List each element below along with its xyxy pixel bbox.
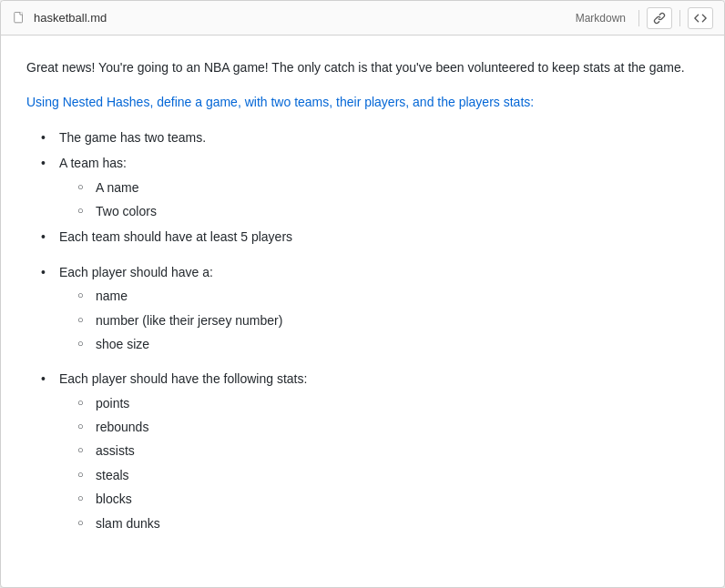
- toolbar-divider-2: [679, 10, 680, 26]
- stats-list: Each player should have the following st…: [41, 369, 699, 533]
- sub-list-item: shoe size: [77, 334, 699, 354]
- instruction-paragraph: Using Nested Hashes, define a game, with…: [26, 92, 699, 112]
- link-button[interactable]: [647, 7, 672, 29]
- list-item-text: Each player should have the following st…: [59, 371, 307, 386]
- list-item-text: A team has:: [59, 156, 127, 170]
- list-item: Each player should have the following st…: [41, 369, 699, 533]
- sub-list: A name Two colors: [77, 177, 699, 222]
- sub-item-text: shoe size: [96, 337, 149, 351]
- sub-list: name number (like their jersey number) s…: [77, 286, 699, 354]
- sub-list-item: number (like their jersey number): [77, 310, 699, 330]
- toolbar: hasketball.md Markdown: [1, 1, 724, 35]
- list-item: Each player should have a: name number (…: [41, 262, 699, 355]
- sub-item-text: number (like their jersey number): [96, 313, 282, 328]
- sub-item-text: A name: [96, 180, 138, 195]
- editor-content: Great news! You're going to an NBA game!…: [1, 35, 724, 587]
- toolbar-divider-1: [638, 10, 639, 26]
- list-item: The game has two teams.: [41, 127, 699, 147]
- list-item-text: Each team should have at least 5 players: [59, 229, 292, 244]
- sub-list-item: assists: [77, 441, 699, 461]
- sub-item-text: steals: [96, 468, 129, 482]
- code-button[interactable]: [688, 7, 713, 29]
- intro-paragraph: Great news! You're going to an NBA game!…: [26, 57, 699, 77]
- sub-list-item: Two colors: [77, 201, 699, 221]
- sub-item-text: Two colors: [96, 204, 157, 218]
- file-icon: [12, 11, 26, 25]
- main-list: The game has two teams. A team has: A na…: [41, 127, 699, 248]
- sub-item-text: points: [96, 396, 129, 411]
- sub-item-text: name: [96, 289, 128, 303]
- sub-list-item: slam dunks: [77, 513, 699, 533]
- sub-list-item: name: [77, 286, 699, 306]
- toolbar-right: Markdown: [570, 7, 713, 29]
- sub-item-text: assists: [96, 443, 135, 458]
- sub-item-text: rebounds: [96, 420, 148, 434]
- mode-label: Markdown: [570, 10, 631, 26]
- editor-window: hasketball.md Markdown Great news! You'r…: [0, 0, 725, 588]
- toolbar-left: hasketball.md: [12, 11, 570, 25]
- sub-item-text: slam dunks: [96, 516, 160, 531]
- sub-list: points rebounds assists steals blocks: [77, 393, 699, 533]
- list-item: Each team should have at least 5 players: [41, 227, 699, 247]
- list-item-text: Each player should have a:: [59, 265, 213, 279]
- sub-list-item: rebounds: [77, 417, 699, 437]
- list-item-text: The game has two teams.: [59, 130, 206, 145]
- player-list: Each player should have a: name number (…: [41, 262, 699, 355]
- sub-list-item: steals: [77, 465, 699, 485]
- filename: hasketball.md: [34, 11, 107, 25]
- sub-list-item: blocks: [77, 489, 699, 509]
- sub-list-item: points: [77, 393, 699, 413]
- list-item: A team has: A name Two colors: [41, 153, 699, 221]
- sub-list-item: A name: [77, 177, 699, 198]
- sub-item-text: blocks: [96, 492, 132, 506]
